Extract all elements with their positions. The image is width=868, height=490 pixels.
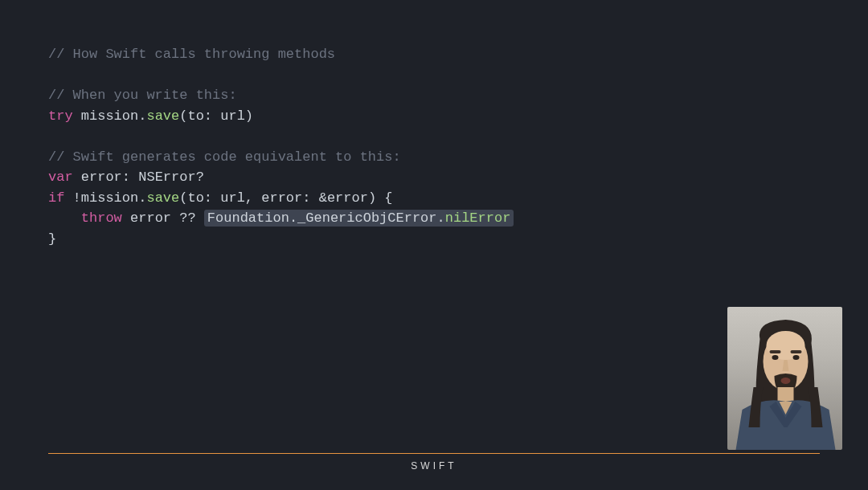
speaker-video-thumbnail (727, 307, 842, 450)
footer: SWIFT (0, 455, 868, 476)
highlighted-expression: Foundation._GenericObjCError.nilError (204, 210, 514, 227)
comment-line: // How Swift calls throwing methods (48, 47, 335, 62)
method-save: save (146, 190, 179, 206)
closing-brace: } (48, 231, 56, 247)
svg-point-1 (766, 331, 805, 360)
svg-rect-2 (769, 350, 780, 353)
keyword-throw: throw (81, 210, 122, 226)
keyword-try: try (48, 108, 73, 124)
keyword-if: if (48, 190, 64, 206)
method-save: save (146, 108, 179, 124)
footer-divider (48, 453, 820, 454)
svg-point-6 (780, 378, 790, 384)
svg-rect-3 (790, 350, 801, 353)
svg-point-5 (792, 355, 799, 360)
svg-point-4 (772, 355, 778, 360)
keyword-var: var (48, 169, 73, 185)
comment-line: // Swift generates code equivalent to th… (48, 149, 401, 165)
comment-line: // When you write this: (48, 88, 237, 103)
footer-label: SWIFT (411, 460, 457, 472)
code-block: // How Swift calls throwing methods // W… (0, 0, 868, 249)
